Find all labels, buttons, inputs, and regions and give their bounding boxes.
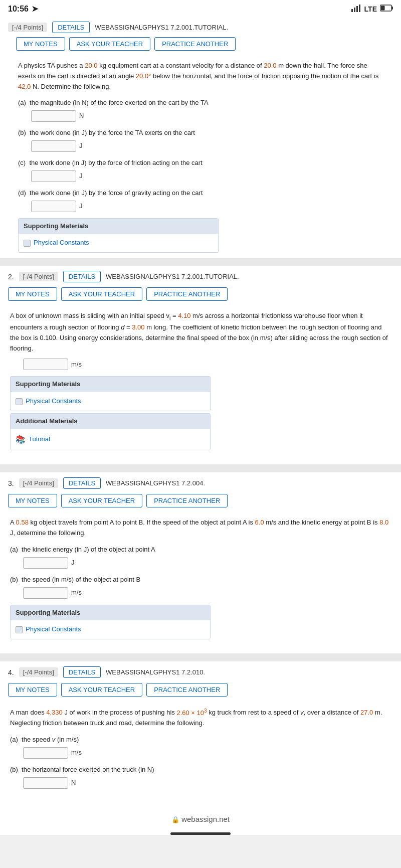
q2-tutorial-label: Tutorial (29, 434, 50, 445)
separator-1 (0, 258, 401, 266)
q4-points: [-/4 Points] (19, 667, 58, 677)
svg-rect-3 (359, 5, 360, 12)
q2-body: A box of unknown mass is sliding with an… (0, 306, 401, 455)
q3-physical-constants-label: Physical Constants (26, 624, 81, 635)
q2-supporting-body: Physical Constants (11, 392, 210, 411)
q3-header: 3. [-/4 Points] DETAILS WEBASSIGNALGPHYS… (0, 472, 401, 492)
q1-physical-constants-link[interactable]: Physical Constants (24, 237, 213, 249)
q4-part-b-answer-row: N (23, 777, 391, 789)
partial-button-row: MY NOTES ASK YOUR TEACHER PRACTICE ANOTH… (8, 35, 393, 56)
q2-button-row: MY NOTES ASK YOUR TEACHER PRACTICE ANOTH… (0, 285, 401, 306)
q1-supporting-header: Supporting Materials (19, 219, 218, 234)
svg-rect-6 (381, 6, 385, 11)
q3-part-b-unit: m/s (71, 588, 82, 598)
q2-physical-constants-icon (16, 398, 23, 405)
q4-part-b: (b) the horizontal force exerted on the … (10, 764, 391, 789)
q3-part-a: (a) the kinetic energy (in J) of the obj… (10, 544, 391, 569)
q1-part-a: (a) the magnitude (in N) of the force ex… (18, 97, 383, 122)
q2-details-button[interactable]: DETAILS (63, 271, 101, 282)
svg-rect-5 (392, 7, 393, 10)
question-2-block: 2. [-/4 Points] DETAILS WEBASSIGNALGPHYS… (0, 266, 401, 455)
q2-ask-teacher-button[interactable]: ASK YOUR TEACHER (61, 287, 142, 301)
q3-ask-teacher-button[interactable]: ASK YOUR TEACHER (61, 494, 142, 507)
q1-part-b-answer-row: J (31, 140, 383, 152)
q4-part-a: (a) the speed v (in m/s) m/s (10, 734, 391, 759)
battery-icon (380, 5, 393, 13)
q2-practice-another-button[interactable]: PRACTICE ANOTHER (146, 287, 228, 301)
q3-part-b: (b) the speed (in m/s) of the object at … (10, 574, 391, 599)
q1-text: A physics TA pushes a 20.0 kg equipment … (18, 61, 383, 92)
q4-number: 4. (8, 668, 14, 676)
q1-part-d-input[interactable] (31, 201, 76, 212)
q1-part-c-label: (c) the work done (in J) by the force of… (18, 159, 203, 166)
q1-body: A physics TA pushes a 20.0 kg equipment … (8, 56, 393, 258)
q3-part-a-input[interactable] (23, 557, 68, 569)
q1-part-d-unit: J (79, 201, 83, 212)
q1-part-c-input[interactable] (31, 170, 76, 182)
q2-additional-header: Additional Materials (11, 414, 210, 429)
q4-part-a-label: (a) the speed v (in m/s) (10, 736, 79, 743)
q3-part-b-answer-row: m/s (23, 587, 391, 599)
svg-rect-1 (354, 8, 355, 12)
q2-my-notes-button[interactable]: MY NOTES (8, 287, 57, 301)
q2-header: 2. [-/4 Points] DETAILS WEBASSIGNALGPHYS… (0, 266, 401, 285)
q1-part-b: (b) the work done (in J) by the force th… (18, 127, 383, 152)
q2-title: WEBASSIGNALGPHYS1 7.2.001.TUTORIAL. (106, 273, 239, 280)
q1-part-a-unit: N (79, 111, 84, 121)
q1-part-b-input[interactable] (31, 140, 76, 152)
q4-ask-teacher-button[interactable]: ASK YOUR TEACHER (61, 683, 142, 697)
q3-supporting-body: Physical Constants (11, 620, 210, 639)
time-label: 10:56 (8, 5, 29, 14)
q4-part-b-input[interactable] (23, 777, 68, 789)
separator-3 (0, 653, 401, 661)
q3-practice-another-button[interactable]: PRACTICE ANOTHER (146, 494, 228, 507)
footer: 🔒 webassign.net (0, 807, 401, 827)
q4-practice-another-button[interactable]: PRACTICE ANOTHER (146, 683, 228, 697)
q1-part-d-label: (d) the work done (in J) by the force of… (18, 189, 203, 197)
partial-points: [-/4 Points] (8, 23, 47, 32)
q1-part-a-label: (a) the magnitude (in N) of the force ex… (18, 99, 209, 106)
question-3-block: 3. [-/4 Points] DETAILS WEBASSIGNALGPHYS… (0, 472, 401, 644)
q1-physical-constants-icon (24, 240, 31, 247)
status-right: LTE (351, 4, 393, 14)
q3-button-row: MY NOTES ASK YOUR TEACHER PRACTICE ANOTH… (0, 492, 401, 512)
lte-label: LTE (364, 5, 377, 13)
q2-tutorial-link[interactable]: 📚 Tutorial (16, 432, 205, 447)
q3-part-a-label: (a) the kinetic energy (in J) of the obj… (10, 546, 155, 553)
separator-2 (0, 464, 401, 472)
home-bar (170, 832, 231, 835)
q2-input[interactable] (23, 359, 68, 370)
q3-body: A 0.58 kg object travels from point A to… (0, 512, 401, 644)
q2-unit: m/s (71, 360, 82, 370)
q4-part-a-input[interactable] (23, 747, 68, 759)
q1-part-a-input[interactable] (31, 110, 76, 122)
q3-part-a-unit: J (71, 558, 75, 568)
location-icon: ➤ (32, 4, 38, 14)
q1-part-c-unit: J (79, 171, 83, 182)
page-content: [-/4 Points] DETAILS WEBASSIGNALGPHYS1 7… (0, 18, 401, 835)
top-partial-section: [-/4 Points] DETAILS WEBASSIGNALGPHYS1 7… (0, 18, 401, 258)
q3-supporting-materials: Supporting Materials Physical Constants (10, 605, 211, 640)
q2-points: [-/4 Points] (19, 272, 58, 281)
q3-part-b-input[interactable] (23, 587, 68, 599)
partial-practice-another-button[interactable]: PRACTICE ANOTHER (154, 37, 236, 51)
partial-ask-teacher-button[interactable]: ASK YOUR TEACHER (69, 37, 150, 51)
q2-physical-constants-link[interactable]: Physical Constants (16, 395, 205, 408)
q2-additional-materials: Additional Materials 📚 Tutorial (10, 413, 211, 450)
q4-details-button[interactable]: DETAILS (63, 666, 101, 678)
top-partial-header: [-/4 Points] DETAILS WEBASSIGNALGPHYS1 7… (8, 20, 393, 35)
partial-my-notes-button[interactable]: MY NOTES (16, 37, 65, 51)
status-bar: 10:56 ➤ LTE (0, 0, 401, 18)
q3-supporting-header: Supporting Materials (11, 605, 210, 621)
q2-physical-constants-label: Physical Constants (26, 396, 81, 407)
q1-part-c: (c) the work done (in J) by the force of… (18, 157, 383, 182)
q4-my-notes-button[interactable]: MY NOTES (8, 683, 57, 697)
q3-details-button[interactable]: DETAILS (63, 477, 101, 489)
q2-answer-row: m/s (23, 359, 391, 370)
q3-physical-constants-link[interactable]: Physical Constants (16, 623, 205, 636)
partial-details-button[interactable]: DETAILS (52, 22, 90, 33)
signal-icon (351, 4, 361, 14)
svg-rect-0 (351, 9, 353, 12)
q4-part-b-unit: N (71, 778, 76, 788)
q3-my-notes-button[interactable]: MY NOTES (8, 494, 57, 507)
